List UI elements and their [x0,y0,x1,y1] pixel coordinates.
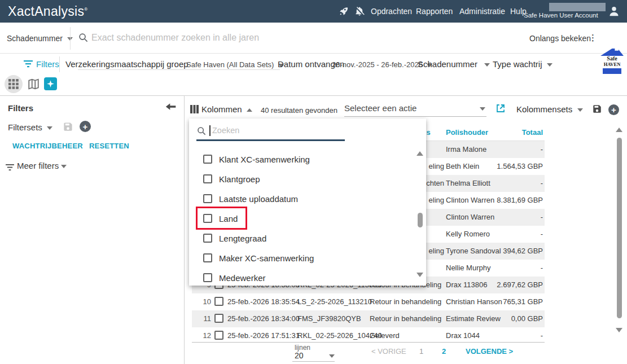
action-select-underline [344,116,486,117]
table-row[interactable]: 11 25-feb.-2026 18:34:00 FMS_JF39820QYB … [192,310,545,327]
policyholder-cell: Irma Malone [446,145,486,154]
policyholder-cell: Clinton Warren [446,196,494,204]
row-checkbox[interactable] [214,331,223,340]
filters-toggle-button[interactable]: Filters [36,59,59,69]
add-filterset-button[interactable]: + [80,121,91,132]
recently-viewed-button[interactable]: Onlangs bekeken [529,34,591,43]
add-columnset-button[interactable]: + [608,104,619,115]
checkbox-unchecked[interactable] [203,194,212,203]
column-option-klant-xc-samenwerking[interactable]: Klant XC-samenwerking [189,150,415,169]
page-2-button-current[interactable]: 2 [442,347,446,356]
search-type-selector[interactable]: Schadenummer [7,34,73,43]
queue-type-filter-dropdown[interactable]: Type wachtrij [493,59,553,69]
column-option-klantgroep[interactable]: Klantgroep [189,169,415,189]
chevron-down-icon [484,63,490,67]
total-cell: 1.564,53 GBP [497,162,543,170]
search-icon [197,126,206,138]
results-toolbar: Kolommen 40 resultaten gevonden Selectee… [185,96,627,119]
policyholder-cell: Christian Hanson [446,297,502,306]
policyholder-cell: Kelly Romero [446,230,490,238]
queue-management-button[interactable]: WACHTRIJBEHEER [12,142,83,150]
total-cell: - [541,213,543,221]
scroll-down-arrow-icon[interactable] [416,273,423,277]
table-row[interactable]: 10 25-feb.-2026 18:35:54 LS_2-25-2026_11… [192,293,545,310]
more-filters-toggle[interactable]: Meer filters [17,161,67,170]
nav-item-rapporten[interactable]: Rapporten [416,7,453,16]
user-account-icon[interactable] [608,5,620,20]
total-cell: - [541,230,543,238]
scrollbar-thumb[interactable] [617,138,622,318]
account-label[interactable]: Safe Haven User Account [524,12,598,19]
reset-filters-button[interactable]: RESETTEN [89,142,129,150]
logo-text: XactAnalysis [8,4,84,19]
checkbox-unchecked[interactable] [203,234,212,243]
previous-page-button-disabled[interactable]: < VORIGE [371,347,406,356]
column-header-totaal[interactable]: Totaal [522,128,543,137]
total-cell: 8.381,69 GBP [497,196,543,204]
grid-view-button-active[interactable] [5,75,23,93]
lines-per-page-value[interactable]: 20 [295,351,304,360]
insurer-group-dropdown[interactable]: Safe Haven (All Data Sets) [186,60,284,69]
page-1-button[interactable]: 1 [419,347,423,356]
next-page-button[interactable]: VOLGENDE > [466,347,513,356]
total-cell: 2.697,62 GBP [497,280,543,289]
total-cell: - [541,179,543,187]
action-select[interactable]: Selecteer een actie [344,103,416,113]
chevron-down-icon [547,63,553,67]
total-cell: - [541,145,543,154]
divider [70,27,71,50]
column-option-medewerker[interactable]: Medewerker [189,268,415,288]
checkbox-unchecked[interactable] [203,253,212,262]
scroll-down-arrow-icon[interactable] [616,328,622,332]
column-option-maker-xc-samenwerking[interactable]: Maker XC-samenwerking [189,248,415,268]
scrollbar-thumb[interactable] [418,213,423,227]
checkbox-unchecked[interactable] [203,174,212,183]
save-columnset-icon[interactable] [592,104,602,116]
nav-item-administratie[interactable]: Administratie [459,7,505,16]
received-date-cell: 25-feb.-2026 18:34:00 [227,314,300,323]
claim-search-input[interactable] [91,31,278,45]
checkbox-unchecked[interactable] [203,273,212,282]
nav-item-opdrachten[interactable]: Opdrachten [371,7,412,16]
lines-select-underline [292,361,335,362]
policyholder-cell: Beth Klein [446,162,479,170]
claim-number-link[interactable]: LS_2-25-2026_113210 [297,297,372,306]
collapse-sidebar-arrow-icon[interactable] [165,102,177,114]
scroll-up-arrow-icon[interactable] [616,128,622,132]
map-view-button[interactable] [27,78,40,93]
columnsets-dropdown-button[interactable]: Kolommensets [516,104,583,114]
column-option-label: Klantgroep [219,174,260,184]
notifications-off-bell-icon[interactable] [354,6,365,19]
target-highlight-box [196,207,247,230]
scroll-up-arrow-icon[interactable] [416,151,423,156]
pin-badge-view-button[interactable] [44,77,57,90]
total-cell: - [541,264,543,272]
kebab-menu-icon[interactable]: ⋮ [589,33,597,43]
column-option-lengtegraad[interactable]: Lengtegraad [189,229,415,248]
row-checkbox[interactable] [214,314,223,323]
table-row[interactable]: 12 25-feb.-2026 17:51:31 RKL_02-25-2026_… [192,327,545,343]
external-link-icon[interactable] [496,103,506,116]
date-received-value: 28-nov.-2025 - 26-feb.-2026 [332,60,423,69]
status-cell: Retour in behandeling [370,314,444,323]
claim-number-filter-dropdown[interactable]: Schadenummer [418,59,490,69]
save-filterset-icon-disabled[interactable] [63,121,73,134]
column-option-label: Klant XC-samenwerking [219,155,310,164]
total-cell: 394,62 GBP [503,247,543,255]
column-search-input[interactable] [212,125,353,136]
policyholder-cell: Thelma Elliott [446,179,490,187]
policyholder-cell: Drax 113806 [446,280,487,289]
columns-dropdown-button[interactable]: Kolommen [201,104,252,114]
results-count: 40 resultaten gevonden [261,106,337,115]
checkbox-unchecked[interactable] [203,155,212,164]
column-option-laatste-uploaddatum[interactable]: Laatste uploaddatum [189,189,415,209]
lines-per-page-label: lijnen [295,344,310,352]
xactanalysis-logo[interactable]: XactAnalysis® [8,4,87,19]
policyholder-cell: Nellie Murphy [446,264,490,272]
claim-number-link[interactable]: FMS_JF39820QYB [297,314,361,323]
claim-number-filter-label: Schadenummer [418,59,477,69]
rocket-icon[interactable] [339,6,349,19]
row-checkbox[interactable] [214,297,223,306]
column-header-polishouder[interactable]: Polishouder [446,128,488,137]
filtersets-dropdown[interactable]: Filtersets [8,122,52,132]
